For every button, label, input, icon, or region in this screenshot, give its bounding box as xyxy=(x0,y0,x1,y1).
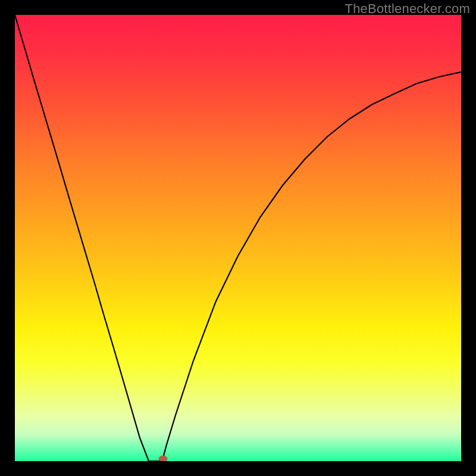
plot-area xyxy=(15,15,461,461)
optimal-point-marker xyxy=(159,456,167,461)
curve-path xyxy=(15,15,461,461)
bottleneck-curve xyxy=(15,15,461,461)
chart-outer-frame: TheBottlenecker.com xyxy=(0,0,476,476)
